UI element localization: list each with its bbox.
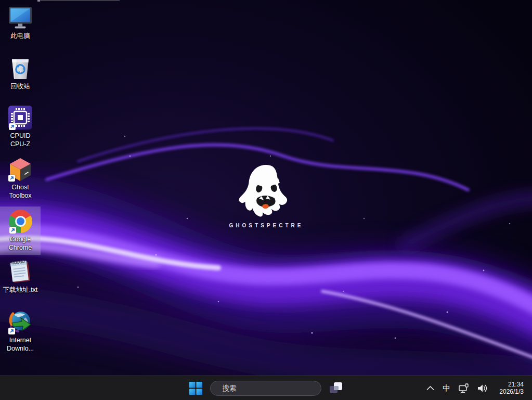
chrome-icon (9, 209, 32, 234)
shortcut-arrow-icon (9, 123, 16, 130)
icon-label: 此电脑 (10, 32, 30, 40)
shortcut-arrow-icon (8, 175, 15, 182)
shortcut-arrow-icon (8, 328, 15, 334)
icon-label: 下载地址.txt (3, 286, 38, 294)
tray-chevron-button[interactable] (424, 383, 437, 393)
desktop-icon-cpu-z[interactable]: CPUIDCPU-Z (0, 103, 41, 151)
start-button[interactable] (187, 379, 205, 397)
clock[interactable]: 21:34 2026/1/3 (496, 379, 527, 397)
this-pc-icon (8, 5, 32, 30)
icon-label: 回收站 (10, 82, 30, 91)
task-view-button[interactable] (327, 379, 346, 397)
clock-date: 2026/1/3 (499, 388, 524, 396)
icon-label: CPUIDCPU-Z (10, 132, 31, 148)
volume-icon (477, 384, 488, 393)
chevron-up-icon (426, 385, 434, 391)
ime-indicator[interactable]: 中 (439, 381, 453, 395)
notepad-file-icon (8, 259, 33, 284)
desktop-icon-this-pc[interactable]: 此电脑 (0, 3, 41, 43)
brand-text: GHOSTSPECTRE (204, 223, 329, 228)
search-input[interactable] (222, 384, 316, 393)
volume-tray-button[interactable] (475, 382, 490, 395)
task-view-icon (329, 381, 343, 395)
desktop-icon-download-address-txt[interactable]: 下载地址.txt (0, 257, 41, 297)
icon-label: InternetDownlo... (7, 336, 34, 353)
window-edge-artifact-tick (37, 0, 40, 2)
shortcut-arrow-icon (9, 227, 16, 234)
desktop[interactable]: GHOSTSPECTRE 此电脑 (0, 0, 532, 400)
desktop-icon-idm[interactable]: InternetDownlo... (0, 307, 41, 356)
recycle-bin-icon (9, 56, 31, 81)
ghost-toolbox-icon (8, 157, 33, 182)
cpu-z-icon (8, 105, 32, 130)
taskbar: 中 21:34 202 (0, 376, 532, 400)
ghost-icon (235, 163, 297, 223)
desktop-icon-recycle-bin[interactable]: 回收站 (0, 54, 41, 94)
idm-icon (8, 309, 33, 334)
window-edge-artifact (37, 0, 120, 1)
clock-time: 21:34 (499, 381, 524, 389)
icon-label: GoogleChrome (9, 235, 32, 252)
search-box[interactable] (210, 381, 321, 396)
desktop-icon-google-chrome[interactable]: GoogleChrome (0, 207, 41, 255)
desktop-icon-ghost-toolbox[interactable]: GhostToolbox (0, 154, 41, 203)
ghost-logo: GHOSTSPECTRE (235, 163, 297, 232)
network-icon (459, 383, 470, 393)
network-tray-button[interactable] (456, 381, 472, 395)
windows-logo-icon (189, 382, 202, 395)
icon-label: GhostToolbox (9, 183, 31, 200)
